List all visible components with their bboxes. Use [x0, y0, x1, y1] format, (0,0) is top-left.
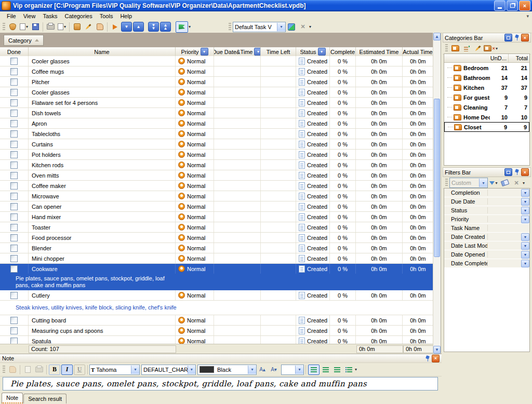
- cell-actual-time[interactable]: 0h 0m: [403, 181, 433, 191]
- cell-priority[interactable]: Normal: [176, 326, 214, 335]
- toolbar-grip[interactable]: [229, 23, 231, 31]
- cell-actual-time[interactable]: 0h 0m: [403, 129, 433, 139]
- filter-row-status[interactable]: Status: [444, 206, 529, 215]
- increase-font-button[interactable]: A▴: [257, 365, 268, 375]
- filter-dropdown-button[interactable]: [521, 260, 529, 267]
- menu-item-file[interactable]: File: [3, 12, 20, 20]
- cell-status[interactable]: Created: [296, 222, 330, 232]
- cell-status[interactable]: Created: [296, 326, 330, 335]
- add-category-button[interactable]: [449, 43, 461, 53]
- cell-done[interactable]: [0, 56, 29, 66]
- cell-done[interactable]: [0, 264, 29, 274]
- cell-due-date[interactable]: [214, 233, 261, 243]
- cell-priority[interactable]: Normal: [176, 336, 214, 344]
- cell-name[interactable]: Can opener: [29, 201, 176, 211]
- filter-dropdown-icon[interactable]: [254, 48, 261, 56]
- toolbar-grip[interactable]: [445, 179, 448, 187]
- cell-actual-time[interactable]: 0h 0m: [403, 243, 433, 253]
- task-row[interactable]: SpatulaNormalCreated0 %0h 0m0h 0m: [0, 336, 433, 344]
- delete-view-button[interactable]: ✕: [297, 22, 309, 32]
- category-row-bedroom[interactable]: Bedroom2121: [444, 63, 529, 73]
- column-header-actual-time[interactable]: Actual Time: [403, 47, 433, 56]
- new-item-button[interactable]: ▾: [18, 22, 30, 32]
- cell-status[interactable]: Created: [296, 212, 330, 222]
- task-row[interactable]: Hand mixerNormalCreated0 %0h 0m0h 0m: [0, 212, 433, 222]
- cell-status[interactable]: Created: [296, 253, 330, 263]
- cell-priority[interactable]: Normal: [176, 66, 214, 76]
- cell-estimated-time[interactable]: 0h 0m: [356, 253, 403, 263]
- cell-status[interactable]: Created: [296, 170, 330, 180]
- cell-complete[interactable]: 0 %: [330, 160, 356, 170]
- cell-done[interactable]: [0, 77, 29, 87]
- cell-done[interactable]: [0, 290, 29, 300]
- cell-done[interactable]: [0, 129, 29, 139]
- cell-name[interactable]: Cooler glasses: [29, 87, 176, 97]
- cell-actual-time[interactable]: 0h 0m: [403, 150, 433, 159]
- cell-complete[interactable]: 0 %: [330, 108, 356, 118]
- task-checkbox[interactable]: [10, 89, 18, 96]
- apply-filter-button[interactable]: ▾: [488, 178, 499, 188]
- cell-status[interactable]: Created: [296, 191, 330, 201]
- cell-done[interactable]: [0, 170, 29, 180]
- chevron-down-icon[interactable]: ▾: [309, 24, 311, 29]
- cell-estimated-time[interactable]: 0h 0m: [356, 336, 403, 344]
- cell-done[interactable]: [0, 212, 29, 222]
- cell-estimated-time[interactable]: 0h 0m: [356, 315, 403, 325]
- decrease-font-button[interactable]: A▾: [268, 365, 280, 375]
- cell-estimated-time[interactable]: 0h 0m: [356, 150, 403, 159]
- task-row[interactable]: CookwareNormalCreated0 %0h 0m0h 0m: [0, 264, 433, 274]
- print-note-button[interactable]: [33, 365, 45, 375]
- filter-preset-select[interactable]: Custom ▾: [449, 178, 488, 188]
- cell-status[interactable]: Created: [296, 108, 330, 118]
- cell-due-date[interactable]: [214, 326, 261, 335]
- task-row[interactable]: ToasterNormalCreated0 %0h 0m0h 0m: [0, 222, 433, 233]
- cell-done[interactable]: [0, 66, 29, 76]
- group-by-strip[interactable]: Category: [0, 33, 433, 48]
- clear-filter-button[interactable]: [499, 178, 511, 188]
- cell-time-left[interactable]: [261, 264, 296, 274]
- cell-time-left[interactable]: [261, 181, 296, 191]
- cell-name[interactable]: Cutting board: [29, 315, 176, 325]
- cell-status[interactable]: Created: [296, 336, 330, 344]
- toolbar-grip[interactable]: [445, 44, 448, 52]
- cell-estimated-time[interactable]: 0h 0m: [356, 77, 403, 87]
- task-row[interactable]: Coffee mugsNormalCreated0 %0h 0m0h 0m: [0, 66, 433, 77]
- cell-estimated-time[interactable]: 0h 0m: [356, 326, 403, 335]
- cell-due-date[interactable]: [214, 98, 261, 107]
- task-checkbox[interactable]: [10, 182, 18, 190]
- task-row[interactable]: Dish towelsNormalCreated0 %0h 0m0h 0m: [0, 108, 433, 118]
- cell-priority[interactable]: Normal: [176, 77, 214, 87]
- cell-actual-time[interactable]: 0h 0m: [403, 191, 433, 201]
- cell-actual-time[interactable]: 0h 0m: [403, 108, 433, 118]
- task-checkbox[interactable]: [10, 172, 18, 179]
- category-row-home-decor[interactable]: Home Decor1010: [444, 112, 529, 122]
- bold-button[interactable]: B: [49, 365, 60, 375]
- category-row-for-guests[interactable]: For guests99: [444, 92, 529, 102]
- cell-actual-time[interactable]: 0h 0m: [403, 315, 433, 325]
- charset-select[interactable]: DEFAULT_CHAR ▾: [141, 365, 196, 375]
- cell-estimated-time[interactable]: 0h 0m: [356, 98, 403, 107]
- cell-done[interactable]: [0, 233, 29, 243]
- category-row-kitchen[interactable]: Kitchen3737: [444, 83, 529, 92]
- task-view-select[interactable]: Default Task V ▾: [233, 22, 286, 32]
- cell-status[interactable]: Created: [296, 87, 330, 97]
- filter-row-task-name[interactable]: Task Name: [444, 224, 529, 233]
- task-checkbox[interactable]: [10, 68, 18, 75]
- cell-time-left[interactable]: [261, 243, 296, 253]
- task-checkbox[interactable]: [10, 120, 18, 127]
- cell-name[interactable]: Cooler glasses: [29, 56, 176, 66]
- cell-time-left[interactable]: [261, 160, 296, 170]
- pin-panel-button[interactable]: [513, 34, 520, 41]
- cell-complete[interactable]: 0 %: [330, 191, 356, 201]
- move-up-button[interactable]: ▲: [133, 22, 144, 32]
- cell-priority[interactable]: Normal: [176, 170, 214, 180]
- cell-done[interactable]: [0, 139, 29, 149]
- cell-priority[interactable]: Normal: [176, 253, 214, 263]
- cell-due-date[interactable]: [214, 290, 261, 300]
- cell-status[interactable]: Created: [296, 150, 330, 159]
- cell-time-left[interactable]: [261, 290, 296, 300]
- cell-actual-time[interactable]: 0h 0m: [403, 233, 433, 243]
- cell-done[interactable]: [0, 160, 29, 170]
- cell-estimated-time[interactable]: 0h 0m: [356, 191, 403, 201]
- scroll-down-button[interactable]: ▼: [433, 346, 441, 354]
